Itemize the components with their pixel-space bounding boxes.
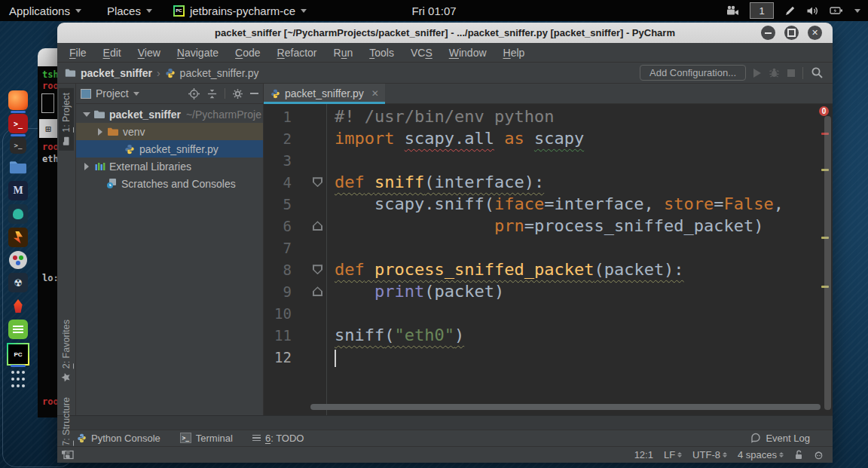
menu-tools[interactable]: Tools	[361, 47, 402, 59]
vertical-scrollbar[interactable]	[824, 116, 831, 410]
dock-item-zenmap[interactable]	[8, 204, 28, 224]
menu-file[interactable]: File	[61, 47, 95, 59]
tool-stripe-favorites[interactable]: 2: Favorites	[59, 315, 74, 387]
menu-code[interactable]: Code	[227, 47, 268, 59]
tree-chevron-icon[interactable]	[81, 163, 93, 170]
tab-close-icon[interactable]: ✕	[371, 88, 379, 99]
stop-icon[interactable]	[787, 69, 795, 77]
line-separator-selector[interactable]: LF	[664, 449, 682, 460]
pen-tool-icon[interactable]	[784, 5, 796, 17]
dock-item-packages[interactable]	[9, 251, 27, 269]
dock-item-firefox[interactable]	[8, 90, 28, 110]
encoding-selector[interactable]: UTF-8	[692, 449, 727, 460]
menu-view[interactable]: View	[130, 47, 169, 59]
volume-icon[interactable]	[806, 5, 819, 17]
code-line-6[interactable]: 6 prn=process_sniffed_packet)	[264, 215, 822, 237]
project-panel-title[interactable]: Project	[96, 87, 129, 99]
menu-help[interactable]: Help	[495, 47, 533, 59]
caret-position[interactable]: 12:1	[634, 449, 653, 460]
dock-item-pycharm[interactable]: PC	[7, 343, 29, 366]
highlighting-level-icon[interactable]	[814, 450, 824, 460]
system-menu-chevron-icon[interactable]	[854, 9, 860, 13]
code-line-5[interactable]: 5 scapy.sniff(iface=interface, store=Fal…	[264, 193, 822, 215]
tool-stripe-project[interactable]: 1: Project	[59, 88, 74, 151]
code-line-9[interactable]: 9 print(packet)	[264, 280, 822, 302]
tree-row-venv[interactable]: venv	[76, 123, 263, 140]
event-log-label: Event Log	[766, 433, 810, 444]
terminal-titlebar[interactable]	[38, 48, 57, 66]
show-applications-button[interactable]	[8, 369, 28, 389]
minimize-button[interactable]	[761, 26, 775, 40]
menu-edit[interactable]: Edit	[95, 47, 130, 59]
dock-item-metasploit[interactable]: M	[8, 181, 28, 200]
lock-icon[interactable]	[794, 450, 803, 460]
tree-row-packet-sniffer-py[interactable]: packet_sniffer.py	[76, 140, 263, 158]
fold-marker-up-icon[interactable]	[313, 286, 322, 296]
code-line-10[interactable]: 10	[264, 302, 822, 324]
fold-marker-up-icon[interactable]	[313, 221, 322, 231]
dock-item-file-manager[interactable]	[8, 158, 28, 177]
workspace-indicator[interactable]: 1	[750, 2, 774, 19]
window-titlebar[interactable]: packet_sniffer [~/PycharmProjects/packet…	[57, 23, 833, 43]
menu-navigate[interactable]: Navigate	[169, 47, 227, 59]
code-line-4[interactable]: 4def sniff(interface):	[264, 171, 822, 193]
clock[interactable]: Fri 01:07	[411, 5, 456, 17]
run-icon[interactable]	[753, 69, 761, 78]
menu-run[interactable]: Run	[326, 47, 362, 59]
desktop-top-bar: Applications Places PC jetbrains-pycharm…	[0, 0, 868, 21]
collapse-all-icon[interactable]	[206, 88, 218, 99]
breadcrumb-file[interactable]: packet_sniffer.py	[180, 67, 259, 79]
tree-row-scratches-and-consoles[interactable]: Scratches and Consoles	[76, 175, 263, 192]
code-line-3[interactable]: 3	[264, 149, 822, 171]
fold-marker-down-icon[interactable]	[313, 177, 322, 187]
chevron-down-icon[interactable]	[133, 92, 139, 96]
active-app-menu[interactable]: PC jetbrains-pycharm-ce	[169, 5, 311, 17]
applications-menu[interactable]: Applications	[5, 5, 86, 17]
places-menu[interactable]: Places	[102, 5, 157, 17]
terminal-button[interactable]: >_ Terminal	[180, 433, 233, 444]
dock-item-wpscan[interactable]	[8, 296, 28, 316]
dock-item-terminal[interactable]: >_	[10, 137, 26, 154]
tree-row-packet-sniffer[interactable]: packet_sniffer~/PycharmProje	[76, 106, 263, 123]
debug-icon[interactable]	[769, 67, 780, 78]
dock-item-cherrytree[interactable]	[8, 320, 28, 339]
terminal-grid-button[interactable]: ⊞	[39, 119, 57, 138]
code-line-1[interactable]: 1#! /usr/bin/env python	[264, 106, 822, 127]
tree-chevron-icon[interactable]	[81, 112, 93, 117]
tree-chevron-icon[interactable]	[94, 128, 106, 136]
tree-row-external-libraries[interactable]: External Libraries	[76, 158, 263, 175]
menu-vcs[interactable]: VCS	[402, 47, 441, 59]
horizontal-scrollbar[interactable]	[310, 404, 821, 410]
code-line-2[interactable]: 2import scapy.all as scapy	[264, 127, 822, 149]
code-editor[interactable]: 1#! /usr/bin/env python2import scapy.all…	[264, 104, 833, 415]
code-line-7[interactable]: 7	[264, 237, 822, 258]
gear-icon[interactable]	[232, 88, 243, 99]
code-line-11[interactable]: 11sniff("eth0")	[264, 324, 822, 346]
menu-refactor[interactable]: Refactor	[269, 47, 326, 59]
python-console-button[interactable]: Python Console	[77, 433, 160, 444]
fold-marker-down-icon[interactable]	[313, 265, 322, 274]
code-line-12[interactable]: 12	[264, 346, 822, 368]
event-log-button[interactable]: Event Log	[750, 433, 810, 444]
locate-file-icon[interactable]	[188, 88, 200, 99]
search-everywhere-icon[interactable]	[811, 66, 824, 79]
todo-button[interactable]: 6: TODO	[252, 433, 304, 444]
dock-item-armitage[interactable]: ☢	[8, 273, 28, 292]
maximize-button[interactable]	[784, 26, 799, 40]
tool-stripe-structure[interactable]: 7: Structure	[59, 393, 74, 464]
close-button[interactable]: ✕	[808, 26, 822, 40]
breadcrumb-project[interactable]: packet_sniffer	[81, 67, 152, 79]
hide-panel-icon[interactable]	[250, 93, 258, 94]
error-indicator-badge[interactable]: 0	[819, 106, 829, 116]
menu-window[interactable]: Window	[441, 47, 495, 59]
background-terminal-window[interactable]: tsh roo ⊞ roo eth lo: roo	[38, 48, 57, 418]
code-line-8[interactable]: 8def process_sniffed_packet(packet):	[264, 258, 822, 280]
battery-icon[interactable]	[830, 5, 844, 16]
screen-recorder-icon[interactable]	[726, 5, 739, 17]
line-number: 9	[264, 283, 292, 300]
add-configuration-button[interactable]: Add Configuration...	[640, 65, 746, 81]
dock-item-root-terminal[interactable]: >_	[8, 114, 28, 133]
indent-selector[interactable]: 4 spaces	[738, 449, 784, 460]
dock-item-burpsuite[interactable]	[8, 228, 28, 247]
tab-packet-sniffer-py[interactable]: packet_sniffer.py ✕	[264, 84, 385, 103]
